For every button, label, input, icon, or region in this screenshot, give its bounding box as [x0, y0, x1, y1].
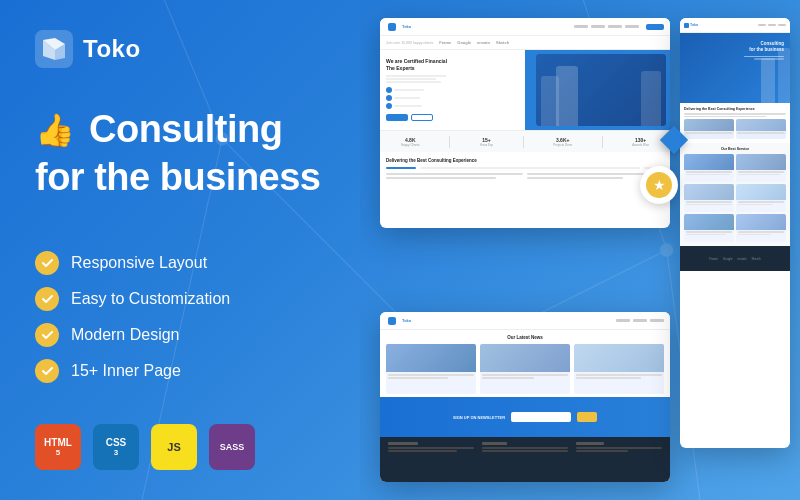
features-list: Responsive Layout Easy to Customization …	[35, 251, 325, 383]
mock-hero-image	[536, 54, 667, 126]
mock-bnav-link-3	[650, 319, 664, 322]
hero-tagline: 👍 Consulting	[35, 109, 325, 151]
mock-card-line-9	[686, 231, 732, 233]
mock-right-footer: Frame Google envato Sketch	[680, 246, 790, 271]
mock-card-line-3	[738, 171, 784, 173]
mock-nav-links	[574, 25, 639, 28]
mock-card-line-12	[738, 234, 771, 236]
mock-card-line-7	[738, 201, 784, 203]
mock-nav-btn	[646, 24, 664, 30]
feature-item-3: Modern Design	[35, 323, 325, 347]
mock-hero-desc-2	[386, 78, 436, 80]
logo-text: Toko	[83, 35, 141, 63]
mock-card-line-5	[686, 201, 732, 203]
feature-text-3: Modern Design	[71, 326, 180, 344]
mock-stat-years: 15+ Years Exp	[480, 137, 494, 147]
mock-nav-link-4	[625, 25, 639, 28]
tech-icons: HTML 5 CSS 3 JS SASS	[35, 424, 325, 470]
mock-bottom-nav: Toko	[380, 312, 670, 330]
hero-title-business: for the business	[35, 157, 325, 199]
mock-card-line-4	[738, 174, 780, 176]
mock-footer-col-3	[576, 442, 662, 482]
star-badge-inner: ★	[646, 172, 672, 198]
mock-news-title: Our Latest News	[386, 335, 664, 340]
mock-stat-projects-num: 3.6K+	[553, 137, 572, 143]
star-circle-badge: ★	[640, 166, 678, 204]
tech-js-badge: JS	[151, 424, 197, 470]
mock-partner-frame: Frame	[439, 40, 451, 45]
mock-stats-bar: 4.8K Happy Clients 15+ Years Exp 3.6K+ P…	[380, 130, 670, 152]
right-panel: Toko Join over 15,000 happy clients Fram…	[360, 0, 800, 500]
mock-partner-sketch: Sketch	[496, 40, 509, 45]
mock-service-card-5	[684, 214, 734, 242]
feature-text-4: 15+ Inner Page	[71, 362, 181, 380]
mock-news-card-1	[386, 344, 476, 394]
mock-card-line-11	[738, 231, 784, 233]
mock-service-card-6	[736, 214, 786, 242]
mock-delivering-title: Delivering the Best Consulting Experienc…	[684, 107, 786, 111]
mock-stat-awards-label: Awards Won	[632, 143, 649, 147]
mock-hero-section: We are Certified FinancialThe Experts	[380, 50, 670, 130]
mock-news-section: Our Latest News	[380, 330, 670, 397]
tech-html5-badge: HTML 5	[35, 424, 81, 470]
mock-bottom-nav-links	[616, 319, 664, 322]
logo-icon	[35, 30, 73, 68]
check-badge-2	[35, 287, 59, 311]
mock-nav-link-1	[574, 25, 588, 28]
mock-bnav-link-1	[616, 319, 630, 322]
mock-top-nav: Toko	[380, 18, 670, 36]
mock-footer-col-2	[482, 442, 568, 482]
check-badge-1	[35, 251, 59, 275]
mock-stat-clients: 4.8K Happy Clients	[401, 137, 420, 147]
mock-right-nav: Toko	[680, 18, 790, 33]
mock-hero-desc-1	[386, 75, 446, 77]
mock-news-card-3	[574, 344, 664, 394]
thumb-up-icon: 👍	[35, 111, 75, 149]
mock-service-grid	[684, 154, 786, 242]
mock-card-line-2	[686, 174, 730, 176]
mockup-right-screenshot: Toko Consultingfor the business	[680, 18, 790, 448]
mock-partner-google: Google	[457, 40, 471, 45]
mock-hero-left: We are Certified FinancialThe Experts	[386, 58, 531, 121]
mock-stat-projects-label: Projects Done	[553, 143, 572, 147]
mockup-bottom-screenshot: Toko Our Latest News	[380, 312, 670, 482]
feature-item-1: Responsive Layout	[35, 251, 325, 275]
mock-hero-title: We are Certified FinancialThe Experts	[386, 58, 531, 72]
mock-newsletter-section: SIGN UP ON NEWSLETTER	[380, 397, 670, 437]
mock-bnav-link-2	[633, 319, 647, 322]
mock-section-title: Delivering the Best Consulting Experienc…	[386, 158, 664, 163]
mock-content-area: Delivering the Best Consulting Experienc…	[380, 152, 670, 185]
mock-newsletter-text: SIGN UP ON NEWSLETTER	[453, 415, 505, 420]
mock-newsletter-input	[511, 412, 571, 422]
mock-stat-awards: 130+ Awards Won	[632, 137, 649, 147]
mock-delivering-section: Delivering the Best Consulting Experienc…	[680, 103, 790, 143]
mock-news-card-2	[480, 344, 570, 394]
mock-nav-link-3	[608, 25, 622, 28]
mock-right-hero: Consultingfor the business	[680, 33, 790, 103]
star-icon: ★	[653, 177, 666, 193]
check-badge-4	[35, 359, 59, 383]
tech-sass-badge: SASS	[209, 424, 255, 470]
mock-right-hero-text: Consultingfor the business	[744, 41, 784, 60]
mock-service-card-1	[684, 154, 734, 182]
mock-footer-col-1	[388, 442, 474, 482]
mock-card-line-1	[686, 171, 732, 173]
mock-card-line-10	[686, 234, 726, 236]
mock-partner-envato: envato	[477, 40, 490, 45]
mockup-top-screenshot: Toko Join over 15,000 happy clients Fram…	[380, 18, 670, 228]
mock-stat-clients-label: Happy Clients	[401, 143, 420, 147]
mock-hero-desc-3	[386, 81, 441, 83]
feature-text-2: Easy to Customization	[71, 290, 230, 308]
feature-item-4: 15+ Inner Page	[35, 359, 325, 383]
mock-service-section: Our Best Service	[680, 143, 790, 246]
mock-service-card-3	[684, 184, 734, 212]
mock-news-cards	[386, 344, 664, 394]
feature-item-2: Easy to Customization	[35, 287, 325, 311]
mock-logo	[388, 23, 396, 31]
mock-service-card-4	[736, 184, 786, 212]
mock-service-card-2	[736, 154, 786, 182]
mock-partners-bar: Join over 15,000 happy clients Frame Goo…	[380, 36, 670, 50]
mock-stat-years-label: Years Exp	[480, 143, 494, 147]
mock-card-line-6	[686, 204, 732, 206]
mock-stat-projects: 3.6K+ Projects Done	[553, 137, 572, 147]
